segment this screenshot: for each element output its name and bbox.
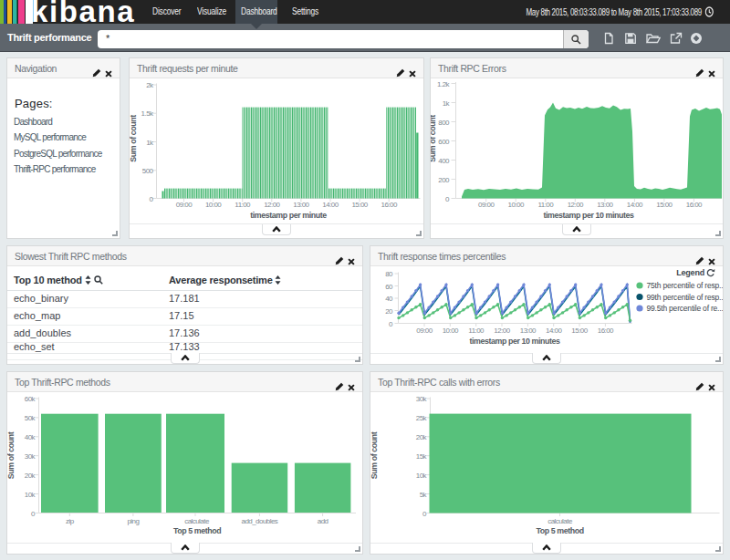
svg-text:Sum of count: Sum of count — [130, 115, 138, 162]
svg-text:20k: 20k — [25, 472, 36, 480]
svg-text:calculate: calculate — [548, 517, 573, 525]
svg-text:75th percentile of resp...: 75th percentile of resp... — [647, 281, 724, 290]
svg-text:16:00: 16:00 — [598, 327, 614, 335]
svg-text:14:00: 14:00 — [546, 327, 562, 335]
svg-text:add: add — [318, 517, 328, 525]
svg-text:15:00: 15:00 — [351, 201, 368, 209]
svg-text:40: 40 — [385, 295, 393, 303]
svg-text:16:00: 16:00 — [686, 201, 703, 209]
svg-text:10k: 10k — [416, 472, 428, 480]
svg-text:600: 600 — [438, 138, 450, 146]
svg-text:12:00: 12:00 — [568, 201, 584, 209]
svg-text:80: 80 — [385, 270, 393, 278]
svg-text:10k: 10k — [25, 491, 36, 499]
svg-text:timestamp per 10 minutes: timestamp per 10 minutes — [544, 211, 634, 220]
svg-text:15:00: 15:00 — [571, 327, 588, 335]
svg-text:add_doubles: add_doubles — [242, 517, 278, 525]
svg-text:09:00: 09:00 — [416, 327, 433, 335]
svg-text:800: 800 — [438, 119, 450, 127]
svg-text:13:00: 13:00 — [520, 327, 537, 335]
svg-text:10:00: 10:00 — [205, 201, 222, 209]
svg-text:1.5k: 1.5k — [141, 109, 154, 118]
svg-text:14:00: 14:00 — [322, 201, 339, 209]
svg-text:12:00: 12:00 — [494, 327, 510, 335]
svg-text:10:00: 10:00 — [508, 201, 525, 209]
svg-text:Sum of count: Sum of count — [7, 431, 16, 479]
svg-text:1k: 1k — [443, 99, 451, 108]
svg-text:5k: 5k — [420, 491, 428, 499]
svg-text:timestamp per minute: timestamp per minute — [250, 211, 327, 220]
svg-text:16:00: 16:00 — [381, 201, 398, 209]
svg-text:14:00: 14:00 — [627, 201, 643, 209]
svg-text:11:00: 11:00 — [468, 327, 485, 335]
svg-text:15k: 15k — [416, 452, 428, 461]
svg-text:500: 500 — [142, 167, 154, 175]
svg-text:timestamp per 10 minutes: timestamp per 10 minutes — [470, 337, 560, 346]
svg-text:zip: zip — [66, 517, 75, 525]
svg-text:0: 0 — [422, 510, 427, 518]
svg-text:Top 5 method: Top 5 method — [536, 526, 583, 535]
svg-text:99.5th percentile of re...: 99.5th percentile of re... — [647, 304, 724, 313]
svg-text:30k: 30k — [25, 452, 36, 461]
svg-text:13:00: 13:00 — [293, 201, 309, 209]
svg-text:25k: 25k — [416, 414, 428, 422]
svg-text:Sum of count: Sum of count — [431, 115, 437, 162]
svg-text:40k: 40k — [25, 433, 36, 441]
svg-text:60k: 60k — [25, 395, 36, 403]
svg-text:11:00: 11:00 — [537, 201, 554, 209]
svg-text:99th percentile of resp...: 99th percentile of resp... — [647, 293, 724, 302]
svg-text:09:00: 09:00 — [176, 201, 193, 209]
svg-text:Sum of count: Sum of count — [370, 431, 379, 479]
svg-text:11:00: 11:00 — [235, 201, 251, 209]
svg-text:15:00: 15:00 — [656, 201, 673, 209]
svg-text:09:00: 09:00 — [478, 201, 495, 209]
svg-text:20k: 20k — [416, 433, 428, 441]
svg-text:1.2k: 1.2k — [437, 80, 450, 88]
svg-text:400: 400 — [438, 157, 450, 165]
svg-text:13:00: 13:00 — [597, 201, 613, 209]
svg-text:Top 5 method: Top 5 method — [173, 526, 221, 535]
svg-text:60: 60 — [385, 283, 393, 291]
svg-text:0: 0 — [389, 320, 393, 328]
svg-text:ping: ping — [127, 517, 139, 525]
svg-text:0: 0 — [31, 510, 36, 518]
svg-text:calculate: calculate — [184, 517, 210, 525]
svg-text:30k: 30k — [416, 395, 428, 403]
svg-text:20: 20 — [385, 307, 393, 316]
svg-text:Legend: Legend — [676, 268, 704, 277]
svg-text:10:00: 10:00 — [443, 327, 459, 335]
svg-text:50k: 50k — [25, 414, 36, 422]
svg-text:200: 200 — [438, 176, 450, 184]
svg-text:12:00: 12:00 — [264, 201, 280, 209]
svg-text:0: 0 — [445, 195, 450, 203]
